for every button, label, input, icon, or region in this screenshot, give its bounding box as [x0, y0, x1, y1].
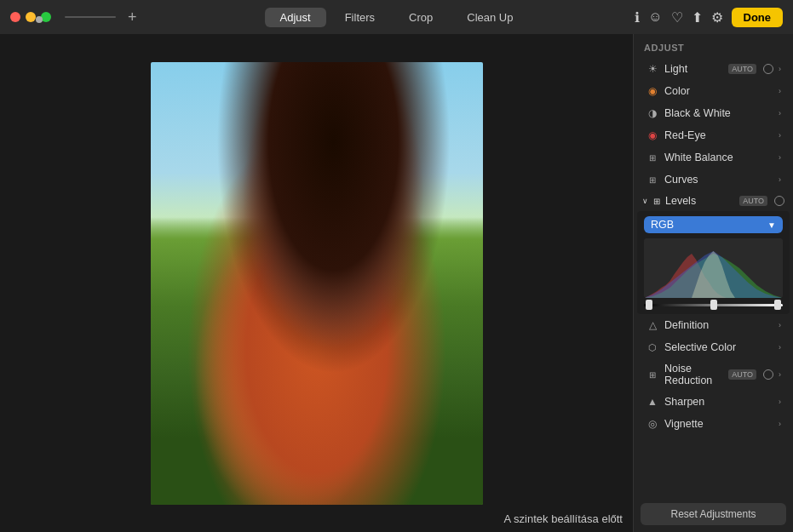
light-toggle[interactable] [763, 64, 773, 74]
noise-reduction-icon: ⊞ [646, 368, 659, 381]
adjust-item-light[interactable]: ☀ Light AUTO › [637, 58, 790, 80]
tab-adjust[interactable]: Adjust [265, 8, 326, 27]
rgb-chevron-icon: ▼ [767, 220, 776, 230]
levels-toggle[interactable] [774, 196, 784, 206]
tab-crop[interactable]: Crop [394, 8, 448, 27]
photo-caption: A szintek beállítása előtt [504, 512, 623, 525]
adjust-header: ADJUST [634, 34, 793, 58]
definition-icon: △ [646, 318, 659, 332]
adjust-item-curves[interactable]: ⊞ Curves › [637, 169, 790, 191]
noise-reduction-label: Noise Reduction [664, 363, 723, 386]
titlebar: + Adjust Filters Crop Clean Up ℹ ☺ ♡ ⬆ ⚙… [0, 0, 793, 34]
adjust-item-bw[interactable]: ◑ Black & White › [637, 102, 790, 124]
main-area: A szintek beállítása előtt ADJUST ☀ Ligh… [0, 34, 793, 532]
histogram-mid-handle[interactable] [710, 300, 717, 310]
tab-filters[interactable]: Filters [330, 8, 390, 27]
histogram-track[interactable] [644, 304, 783, 306]
adjust-item-noise-reduction[interactable]: ⊞ Noise Reduction AUTO › [637, 358, 790, 391]
done-button[interactable]: Done [732, 8, 784, 27]
adjust-item-redeye[interactable]: ◉ Red-Eye › [637, 124, 790, 146]
photo-panel: A szintek beállítása előtt [0, 34, 633, 532]
bw-label: Black & White [664, 107, 773, 119]
adjust-item-color[interactable]: ◉ Color › [637, 80, 790, 102]
light-chevron: › [779, 65, 781, 73]
adjust-item-selective-color[interactable]: ⬡ Selective Color › [637, 336, 790, 358]
adjust-item-sharpen[interactable]: ▲ Sharpen › [637, 391, 790, 413]
zoom-slider-area: + [65, 9, 137, 26]
add-icon[interactable]: + [128, 9, 137, 26]
levels-chevron-down: ∨ [642, 197, 648, 205]
bw-chevron: › [779, 109, 781, 117]
color-chevron: › [779, 87, 781, 95]
selective-color-label: Selective Color [664, 341, 773, 353]
wb-icon: ⊞ [646, 151, 659, 164]
zoom-slider-track[interactable] [65, 16, 116, 18]
definition-chevron: › [779, 321, 781, 329]
traffic-lights [10, 12, 51, 22]
sharpen-chevron: › [779, 398, 781, 406]
emoji-icon[interactable]: ☺ [648, 9, 662, 25]
nav-tabs: Adjust Filters Crop Clean Up [265, 8, 529, 27]
share-icon[interactable]: ⬆ [692, 9, 703, 26]
noise-auto-badge: AUTO [728, 369, 756, 380]
color-icon: ◉ [646, 84, 659, 98]
bw-icon: ◑ [646, 106, 659, 120]
vignette-label: Vignette [664, 418, 773, 430]
levels-icon: ⊞ [653, 197, 660, 206]
histogram-shadow-handle[interactable] [646, 300, 652, 310]
noise-chevron: › [779, 370, 781, 379]
levels-label: Levels [665, 195, 734, 207]
vignette-chevron: › [779, 420, 781, 428]
histogram-slider [644, 301, 783, 309]
wb-label: White Balance [664, 152, 773, 163]
curves-icon: ⊞ [646, 173, 659, 186]
levels-header[interactable]: ∨ ⊞ Levels AUTO [634, 191, 793, 211]
vignette-icon: ◎ [646, 417, 659, 431]
minimize-button[interactable] [26, 12, 36, 22]
histogram-svg [644, 238, 783, 298]
photo-container [151, 62, 483, 505]
wb-chevron: › [779, 153, 781, 162]
selective-color-icon: ⬡ [646, 340, 659, 354]
redeye-label: Red-Eye [664, 129, 773, 141]
adjust-item-wb[interactable]: ⊞ White Balance › [637, 146, 790, 169]
histogram-highlight-handle[interactable] [774, 300, 781, 310]
levels-auto-badge: AUTO [739, 196, 767, 206]
noise-toggle[interactable] [763, 369, 773, 380]
light-auto-badge: AUTO [728, 64, 756, 74]
color-label: Color [664, 85, 773, 97]
definition-label: Definition [664, 319, 773, 331]
heart-icon[interactable]: ♡ [671, 9, 683, 26]
selective-color-chevron: › [779, 343, 781, 352]
adjust-item-vignette[interactable]: ◎ Vignette › [637, 413, 790, 435]
rgb-dropdown[interactable]: RGB ▼ [644, 216, 783, 233]
sharpen-label: Sharpen [664, 396, 773, 408]
adjust-item-definition[interactable]: △ Definition › [637, 314, 790, 336]
tab-clean-up[interactable]: Clean Up [451, 8, 528, 27]
info-icon[interactable]: ℹ [635, 9, 640, 26]
light-label: Light [664, 63, 723, 75]
titlebar-right: ℹ ☺ ♡ ⬆ ⚙ Done [635, 8, 783, 27]
adjust-panel: ADJUST ☀ Light AUTO › ◉ Color › ◑ Black … [633, 34, 793, 532]
curves-label: Curves [664, 174, 773, 186]
redeye-icon: ◉ [646, 129, 659, 142]
histogram-container [644, 238, 783, 298]
levels-section: RGB ▼ [637, 211, 790, 314]
photo-person-layer [151, 62, 483, 505]
close-button[interactable] [10, 12, 20, 22]
zoom-slider-thumb[interactable] [36, 16, 43, 23]
light-icon: ☀ [646, 62, 659, 76]
sharpen-icon: ▲ [646, 395, 659, 409]
photo-background [151, 62, 483, 505]
settings-icon[interactable]: ⚙ [711, 9, 723, 26]
reset-adjustments-button[interactable]: Reset Adjustments [641, 503, 786, 525]
curves-chevron: › [779, 175, 781, 184]
rgb-label: RGB [651, 219, 674, 231]
redeye-chevron: › [779, 131, 781, 140]
